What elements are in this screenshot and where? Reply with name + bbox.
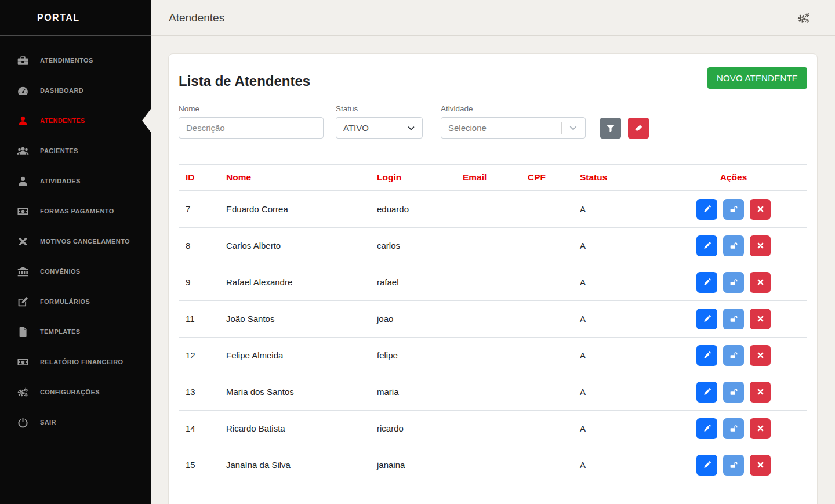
- unlock-icon: [729, 461, 738, 469]
- unlock-button[interactable]: [723, 199, 744, 220]
- gears-icon: [16, 386, 30, 398]
- edit-button[interactable]: [696, 382, 717, 403]
- status-select[interactable]: ATIVO: [336, 117, 423, 139]
- cell-status: A: [573, 374, 660, 410]
- sidebar-item-formas-pagamento[interactable]: FORMAS PAGAMENTO: [0, 196, 151, 226]
- unlock-button[interactable]: [723, 345, 744, 366]
- sidebar-item-atendentes[interactable]: ATENDENTES: [0, 106, 151, 136]
- cell-login: maria: [370, 374, 456, 410]
- sidebar-item-atendimentos[interactable]: ATENDIMENTOS: [0, 45, 151, 75]
- sidebar-item-relat-rio-financeiro[interactable]: RELATÓRIO FINANCEIRO: [0, 347, 151, 377]
- atividade-filter-group: Atividade Selecione: [441, 104, 586, 139]
- nome-input[interactable]: [179, 117, 324, 139]
- cell-acoes: [660, 227, 807, 264]
- atividade-select[interactable]: Selecione: [441, 117, 586, 139]
- unlock-button[interactable]: [723, 235, 744, 256]
- column-header-cpf: CPF: [521, 165, 573, 191]
- cell-nome: Ricardo Batista: [219, 410, 370, 447]
- cell-id: 11: [179, 300, 219, 337]
- row-actions: [667, 345, 800, 366]
- sidebar-item-templates[interactable]: TEMPLATES: [0, 317, 151, 347]
- sidebar-item-formul-rios[interactable]: FORMULÁRIOS: [0, 287, 151, 317]
- settings-gears-icon[interactable]: [797, 12, 811, 24]
- cell-nome: Carlos Alberto: [219, 227, 370, 264]
- sidebar-item-label: CONFIGURAÇÕES: [40, 389, 100, 396]
- table-row: 12 Felipe Almeida felipe A: [179, 337, 807, 374]
- cell-cpf: [521, 227, 573, 264]
- unlock-button[interactable]: [723, 418, 744, 439]
- edit-button[interactable]: [696, 199, 717, 220]
- x-icon: [756, 314, 765, 323]
- edit-button[interactable]: [696, 235, 717, 256]
- column-header-a-es: Ações: [660, 165, 807, 191]
- delete-button[interactable]: [750, 309, 771, 329]
- cell-id: 14: [179, 410, 219, 447]
- cell-cpf: [521, 447, 573, 483]
- cell-status: A: [573, 337, 660, 374]
- unlock-button[interactable]: [723, 309, 744, 329]
- sidebar-item-motivos-cancelamento[interactable]: MOTIVOS CANCELAMENTO: [0, 226, 151, 256]
- nome-filter-group: Nome: [179, 104, 324, 139]
- sidebar-item-label: DASHBOARD: [40, 87, 84, 94]
- cell-login: ricardo: [370, 410, 456, 447]
- sidebar-item-configura-es[interactable]: CONFIGURAÇÕES: [0, 377, 151, 407]
- pencil-icon: [703, 278, 711, 287]
- table-row: 11 João Santos joao A: [179, 300, 807, 337]
- x-icon: [756, 387, 765, 396]
- brand: PORTAL: [0, 0, 151, 36]
- x-icon: [756, 278, 765, 287]
- unlock-button[interactable]: [723, 272, 744, 293]
- delete-button[interactable]: [750, 382, 771, 403]
- pencil-icon: [703, 314, 711, 323]
- clear-filters-button[interactable]: [628, 118, 649, 139]
- pencil-icon: [703, 461, 711, 469]
- content: Lista de Atendentes NOVO ATENDENTE Nome …: [151, 36, 835, 504]
- column-header-status: Status: [573, 165, 660, 191]
- cell-cpf: [521, 264, 573, 300]
- cell-login: joao: [370, 300, 456, 337]
- cell-email: [456, 300, 521, 337]
- cell-status: A: [573, 227, 660, 264]
- cell-acoes: [660, 300, 807, 337]
- cell-cpf: [521, 300, 573, 337]
- cell-cpf: [521, 337, 573, 374]
- sidebar-item-conv-nios[interactable]: CONVÊNIOS: [0, 256, 151, 287]
- cell-id: 8: [179, 227, 219, 264]
- filter-button[interactable]: [600, 118, 621, 139]
- pencil-icon: [703, 205, 711, 213]
- atividade-label: Atividade: [441, 104, 586, 113]
- cell-nome: Janaína da Silva: [219, 447, 370, 483]
- unlock-button[interactable]: [723, 455, 744, 476]
- sidebar-item-pacientes[interactable]: PACIENTES: [0, 136, 151, 166]
- sidebar-item-sair[interactable]: SAIR: [0, 407, 151, 437]
- row-actions: [667, 382, 800, 403]
- cell-status: A: [573, 191, 660, 227]
- unlock-button[interactable]: [723, 382, 744, 403]
- delete-button[interactable]: [750, 455, 771, 476]
- page-title: Atendentes: [169, 12, 224, 24]
- sidebar-item-label: CONVÊNIOS: [40, 268, 81, 275]
- delete-button[interactable]: [750, 272, 771, 293]
- edit-button[interactable]: [696, 309, 717, 329]
- atendentes-table: IDNomeLoginEmailCPFStatusAções 7 Eduardo…: [179, 164, 807, 483]
- edit-button[interactable]: [696, 455, 717, 476]
- atendentes-card: Lista de Atendentes NOVO ATENDENTE Nome …: [168, 53, 818, 504]
- sidebar-item-label: SAIR: [40, 419, 56, 426]
- delete-button[interactable]: [750, 418, 771, 439]
- sidebar-item-dashboard[interactable]: DASHBOARD: [0, 75, 151, 106]
- x-icon: [756, 461, 765, 469]
- delete-button[interactable]: [750, 235, 771, 256]
- delete-button[interactable]: [750, 199, 771, 220]
- edit-button[interactable]: [696, 418, 717, 439]
- sidebar-item-atividades[interactable]: ATIVIDADES: [0, 166, 151, 196]
- file-text-icon: [16, 325, 30, 338]
- delete-button[interactable]: [750, 345, 771, 366]
- main-area: Atendentes Lista de Atendentes NOVO ATEN…: [151, 0, 835, 504]
- cell-acoes: [660, 264, 807, 300]
- funnel-icon: [606, 124, 615, 133]
- cell-nome: Maria dos Santos: [219, 374, 370, 410]
- cell-status: A: [573, 300, 660, 337]
- novo-atendente-button[interactable]: NOVO ATENDENTE: [707, 67, 807, 89]
- edit-button[interactable]: [696, 345, 717, 366]
- edit-button[interactable]: [696, 272, 717, 293]
